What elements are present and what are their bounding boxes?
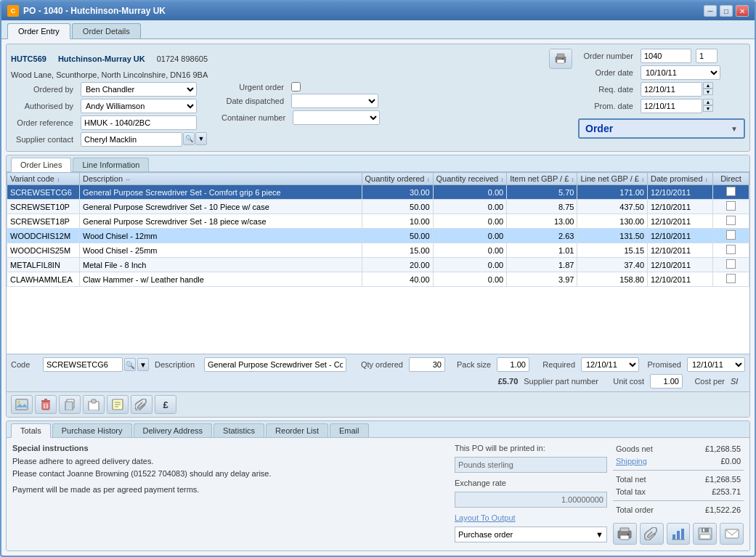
table-row[interactable]: SCREWSET10P General Purpose Screwdriver …	[7, 200, 749, 214]
attach2-button[interactable]	[640, 523, 664, 545]
delete-button[interactable]	[35, 395, 57, 414]
table-row[interactable]: SCREWSETCG6 General Purpose Screwdriver …	[7, 185, 749, 200]
cell-qty-ordered: 20.00	[362, 258, 433, 272]
note-button[interactable]	[107, 395, 129, 414]
layout-to-output-dropdown[interactable]: Purchase order ▼	[455, 526, 607, 542]
prom-date-input[interactable]	[641, 99, 702, 113]
total-tax-value: £253.71	[712, 487, 741, 496]
cell-direct[interactable]	[713, 200, 749, 214]
customer-phone: 01724 898605	[157, 54, 208, 63]
urgent-order-label: Urgent order	[221, 83, 287, 92]
tab-delivery-address[interactable]: Delivery Address	[134, 423, 213, 437]
prom-date-down[interactable]: ▼	[703, 105, 713, 112]
tab-purchase-history[interactable]: Purchase History	[52, 423, 132, 437]
cell-direct[interactable]	[713, 185, 749, 200]
table-row[interactable]: SCREWSET18P General Purpose Screwdriver …	[7, 214, 749, 229]
order-seq-input[interactable]	[696, 49, 718, 63]
detail-required-label: Required	[535, 360, 575, 369]
col-header-direct: Direct	[713, 173, 749, 185]
supplier-contact-label: Supplier contact	[11, 135, 76, 144]
cell-date-promised: 12/10/2011	[648, 258, 713, 272]
req-date-down[interactable]: ▼	[703, 89, 713, 95]
detail-qty-input[interactable]	[409, 357, 445, 372]
supplier-contact-input[interactable]	[81, 132, 182, 147]
svg-rect-29	[702, 528, 709, 532]
svg-rect-2	[557, 60, 564, 63]
maximize-button[interactable]: □	[720, 5, 733, 17]
detail-desc-input[interactable]	[204, 357, 346, 372]
detail-pack-size-input[interactable]	[497, 357, 529, 372]
fax-button[interactable]	[549, 49, 572, 69]
table-row[interactable]: CLAWHAMMLEA Claw Hammer - w/ Leather han…	[7, 272, 749, 287]
total-net-value: £1,268.55	[705, 475, 741, 484]
detail-code-search-btn[interactable]: 🔍	[124, 358, 136, 371]
detail-code-input[interactable]	[43, 357, 123, 372]
order-status-dropdown[interactable]: Order ▼	[578, 118, 745, 139]
tab-reorder-list[interactable]: Reorder List	[266, 423, 328, 437]
cell-qty-ordered: 15.00	[362, 243, 433, 258]
cell-direct[interactable]	[713, 243, 749, 258]
table-row[interactable]: METALFIL8IN Metal File - 8 Inch 20.00 0.…	[7, 258, 749, 272]
prom-date-spinner: ▲ ▼	[703, 99, 713, 113]
paste-button[interactable]	[83, 395, 105, 414]
cell-direct[interactable]	[713, 229, 749, 243]
detail-unit-cost-input[interactable]	[650, 374, 683, 389]
copy-button[interactable]	[59, 395, 81, 414]
cell-direct[interactable]	[713, 258, 749, 272]
cell-description: Claw Hammer - w/ Leather handle	[80, 272, 362, 287]
close-button[interactable]: ✕	[736, 5, 749, 17]
tab-line-information[interactable]: Line Information	[73, 158, 149, 171]
cell-item-net: 1.01	[507, 243, 577, 258]
supplier-contact-search-btn[interactable]: 🔍	[183, 132, 195, 145]
tab-totals[interactable]: Totals	[11, 423, 51, 438]
total-tax-label: Total tax	[616, 487, 646, 496]
image-button[interactable]	[11, 395, 33, 414]
print-preview-button[interactable]	[613, 523, 637, 545]
table-row[interactable]: WOODCHIS12M Wood Chisel - 12mm 50.00 0.0…	[7, 229, 749, 243]
currency-button[interactable]: £	[155, 395, 176, 414]
order-number-input[interactable]	[641, 49, 691, 63]
tab-order-entry[interactable]: Order Entry	[7, 23, 70, 39]
table-row[interactable]: WOODCHIS25M Wood Chisel - 25mm 15.00 0.0…	[7, 243, 749, 258]
attach-button[interactable]	[131, 395, 153, 414]
req-date-up[interactable]: ▲	[703, 82, 713, 89]
prom-date-input-group: ▲ ▼	[641, 99, 713, 113]
shipping-label[interactable]: Shipping	[616, 457, 647, 465]
tab-statistics[interactable]: Statistics	[214, 423, 264, 437]
svg-point-3	[562, 58, 564, 60]
order-number-label: Order number	[578, 52, 636, 60]
chart-button[interactable]	[667, 523, 691, 545]
shipping-value: £0.00	[720, 457, 741, 465]
authorised-by-select[interactable]: Andy Williamson	[81, 99, 197, 113]
req-date-input[interactable]	[641, 82, 702, 97]
detail-required-select[interactable]: 12/10/11	[581, 357, 639, 372]
layout-to-output-label[interactable]: Layout To Output	[455, 513, 607, 522]
cell-qty-received: 0.00	[433, 214, 507, 229]
container-number-select[interactable]	[293, 110, 380, 125]
order-ref-input[interactable]: HMUK - 1040/2BC	[81, 115, 197, 130]
order-date-select[interactable]: 10/10/11	[641, 65, 720, 80]
date-dispatched-select[interactable]	[291, 94, 378, 108]
tab-order-details[interactable]: Order Details	[72, 23, 141, 38]
save-button[interactable]	[693, 523, 717, 545]
tab-email[interactable]: Email	[330, 423, 369, 437]
goods-net-value: £1,268.55	[705, 444, 741, 453]
svg-rect-13	[65, 402, 73, 410]
total-tax-row: Total tax £253.71	[613, 487, 744, 497]
prom-date-up[interactable]: ▲	[703, 99, 713, 105]
urgent-order-checkbox[interactable]	[291, 82, 301, 92]
cell-direct[interactable]	[713, 272, 749, 287]
order-lines-table-wrapper: Variant code ↕ Description ↔ Quantity or…	[7, 172, 749, 354]
minimize-button[interactable]: ─	[704, 5, 717, 17]
detail-code-dropdown-btn[interactable]: ▼	[137, 358, 149, 371]
detail-promised-select[interactable]: 12/10/11	[687, 357, 745, 372]
attach2-icon	[644, 527, 659, 540]
cell-direct[interactable]	[713, 214, 749, 229]
ordered-by-select[interactable]: Ben Chandler	[81, 82, 197, 97]
supplier-contact-dropdown-btn[interactable]: ▼	[195, 132, 207, 145]
tab-order-lines[interactable]: Order Lines	[11, 158, 71, 172]
date-dispatched-row: Date dispatched	[221, 94, 380, 108]
cell-description: Metal File - 8 Inch	[80, 258, 362, 272]
email2-button[interactable]	[720, 523, 744, 545]
cell-qty-received: 0.00	[433, 185, 507, 200]
